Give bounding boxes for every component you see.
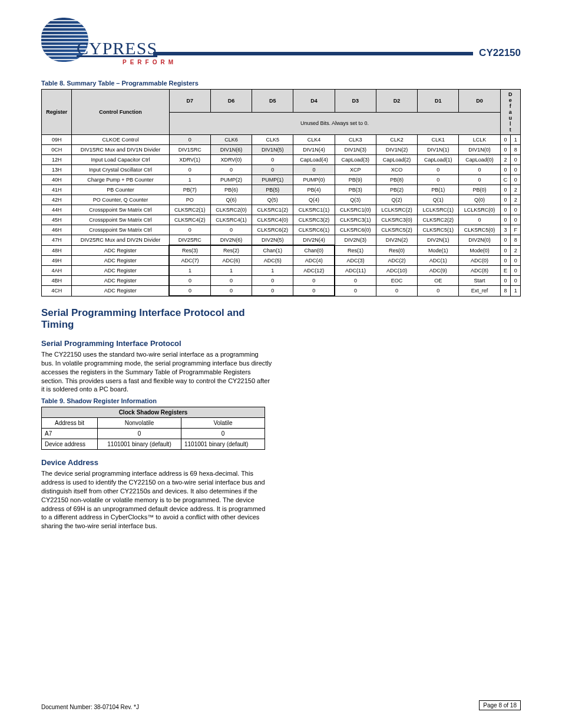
table9-header: Clock Shadow Registers: [42, 407, 265, 418]
shadow-register-table: Clock Shadow Registers Address bit Nonvo…: [41, 407, 265, 450]
col-d1: D1: [418, 90, 459, 113]
subsection-device-address: Device Address: [41, 458, 272, 467]
table-row: 13HInput Crystal Oscillator Ctrl0000XCPX…: [42, 165, 521, 175]
table-row: 4CHADC Register0000000Ext_ref81: [42, 286, 521, 297]
footer-docnum: Document Number: 38-07104 Rev. *J: [41, 704, 139, 710]
col-d2: D2: [376, 90, 417, 113]
table-row: 40HCharge Pump + PB Counter1PUMP(2)PUMP(…: [42, 175, 521, 185]
table9-caption: Table 9. Shadow Register Information: [41, 397, 272, 404]
section-serial-programming: Serial Programming Interface Protocol an…: [41, 307, 272, 331]
col-register: Register: [42, 90, 72, 135]
page-footer: Document Number: 38-07104 Rev. *J Page 8…: [41, 700, 521, 710]
footer-page: Page 8 of 18: [479, 700, 521, 710]
col-d0: D0: [459, 90, 500, 113]
logo-text: CYPRESS: [77, 38, 157, 58]
table-row: 42HPO Counter, Q CounterPOQ(6)Q(5)Q(4)Q(…: [42, 195, 521, 205]
unused-bits-note: Unused Bits. Always set to 0.: [169, 112, 500, 135]
col-d6: D6: [210, 90, 252, 113]
protocol-paragraph: The CY22150 uses the standard two-wire s…: [41, 350, 272, 394]
table-row: 0CHDIV1SRC Mux and DIV1N DividerDIV1SRCD…: [42, 145, 521, 155]
table-row: 4BHADC Register00000EOCOEStart00: [42, 276, 521, 286]
header-rule: [153, 52, 473, 55]
cypress-logo: CYPRESS PERFORM: [41, 18, 147, 74]
subsection-protocol: Serial Programming Interface Protocol: [41, 339, 272, 348]
table-row: 44HCrossppoint Sw Matrix CtrlCLKSRC2(1)C…: [42, 205, 521, 215]
register-map-table: Register Control Function D7 D6 D5 D4 D3…: [41, 89, 521, 297]
table-row: 49HADC RegisterADC(7)ADC(6)ADC(5)ADC(4)A…: [42, 256, 521, 266]
col-d7: D7: [169, 90, 210, 113]
table-row: Device address 1101001 binary (default) …: [42, 439, 265, 450]
table-row: 45HCrossppoint Sw Matrix CtrlCLKSRC4(2)C…: [42, 215, 521, 225]
table-row: 12HInput Load Capacitor CtrlXDRV(1)XDRV(…: [42, 155, 521, 165]
page-header: CYPRESS PERFORM CY22150: [41, 18, 521, 74]
table8-caption: Table 8. Summary Table – Programmable Re…: [41, 80, 521, 87]
table-row: 47HDIV2SRC Mux and DIV2N DividerDIV2SRCD…: [42, 235, 521, 246]
col-d4: D4: [293, 90, 335, 113]
col-d3: D3: [335, 90, 376, 113]
table-row: 4AHADC Register111ADC(12)ADC(11)ADC(10)A…: [42, 266, 521, 276]
table-row: 09HCLKOE Control0CLK6CLK5CLK4CLK3CLK2CLK…: [42, 135, 521, 145]
table-row: A7 0 0: [42, 429, 265, 439]
product-name: CY22150: [479, 47, 521, 59]
table-row: 48HADC RegisterRes(3)Res(2)Chan(1)Chan(0…: [42, 245, 521, 256]
device-address-paragraph: The device serial programming interface …: [41, 469, 272, 531]
col-default: Default: [500, 90, 520, 135]
col-d5: D5: [252, 90, 293, 113]
table-row: 46HCrossppoint Sw Matrix Ctrl00CLKSRC6(2…: [42, 225, 521, 235]
col-control: Control Function: [72, 90, 169, 135]
table-row: Address bit Nonvolatile Volatile: [42, 418, 265, 429]
table-header-row: Register Control Function D7 D6 D5 D4 D3…: [42, 90, 521, 113]
logo-subtext: PERFORM: [123, 59, 177, 65]
table-row: 41HPB CounterPB(7)PB(6)PB(5)PB(4)PB(3)PB…: [42, 185, 521, 195]
